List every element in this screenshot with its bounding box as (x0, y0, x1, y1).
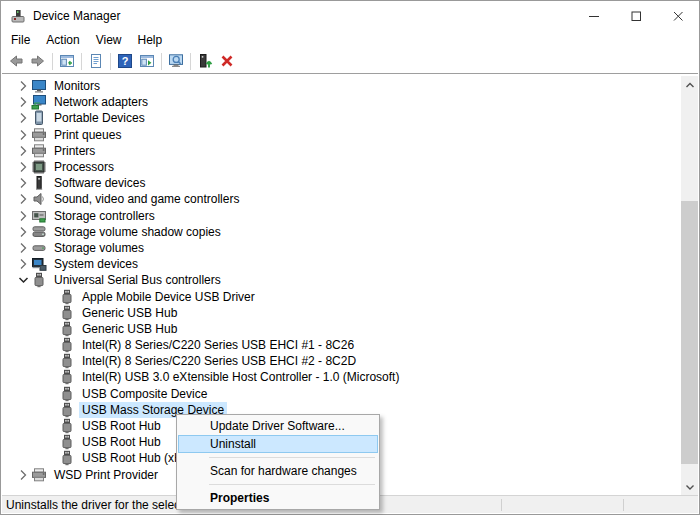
tree-item[interactable]: Intel(R) 8 Series/C220 Series USB EHCI #… (2, 337, 680, 353)
tree-item[interactable]: System devices (2, 256, 680, 272)
help-icon (117, 53, 133, 69)
expander-icon[interactable] (42, 289, 59, 305)
scroll-up-button[interactable] (681, 76, 698, 93)
expander-icon[interactable] (42, 386, 59, 402)
expander-icon[interactable] (42, 402, 59, 418)
tree-item[interactable]: Storage controllers (2, 208, 680, 224)
expander-icon[interactable] (42, 305, 59, 321)
expander-icon[interactable] (14, 78, 31, 94)
menu-item-update-driver-software[interactable]: Update Driver Software... (178, 417, 378, 435)
network-adapter-icon (31, 94, 47, 110)
back-arrow-icon (8, 53, 24, 69)
minimize-icon (586, 8, 602, 24)
usb-icon (59, 337, 75, 353)
tree-item[interactable]: Storage volume shadow copies (2, 224, 680, 240)
tree-item[interactable]: USB Composite Device (2, 386, 680, 402)
expander-icon[interactable] (14, 256, 31, 272)
expander-icon[interactable] (14, 159, 31, 175)
chevron-up-icon (682, 77, 698, 93)
red-x-icon (219, 53, 235, 69)
tree-item[interactable]: Software devices (2, 175, 680, 191)
menu-item-scan-for-hardware-changes[interactable]: Scan for hardware changes (178, 462, 378, 480)
disk-icon (31, 240, 47, 256)
console-window-icon (59, 53, 75, 69)
expander-icon[interactable] (14, 208, 31, 224)
menu-action[interactable]: Action (38, 33, 87, 47)
expander-icon[interactable] (14, 175, 31, 191)
status-pane-separator (501, 499, 502, 511)
help-topics-button[interactable] (136, 51, 158, 72)
expander-icon[interactable] (14, 272, 31, 288)
printer-icon (31, 127, 47, 143)
back-button[interactable] (5, 51, 27, 72)
tree-item[interactable]: Printers (2, 143, 680, 159)
processor-icon (31, 159, 47, 175)
menu-item-uninstall[interactable]: Uninstall (178, 435, 378, 453)
monitor-magnifier-icon (168, 53, 184, 69)
show-console-tree-button[interactable] (56, 51, 78, 72)
update-driver-button[interactable] (194, 51, 216, 72)
maximize-button[interactable] (615, 1, 657, 31)
speaker-icon (31, 191, 47, 207)
vertical-scrollbar[interactable] (681, 76, 698, 495)
usb-icon (59, 369, 75, 385)
usb-icon (59, 402, 75, 418)
tree-item[interactable]: Intel(R) USB 3.0 eXtensible Host Control… (2, 369, 680, 385)
expander-icon[interactable] (14, 94, 31, 110)
usb-icon (59, 321, 75, 337)
device-up-arrow-icon (197, 53, 213, 69)
scroll-down-button[interactable] (681, 478, 698, 495)
usb-icon (59, 353, 75, 369)
help-button[interactable] (114, 51, 136, 72)
tree-item[interactable]: Processors (2, 159, 680, 175)
expander-icon[interactable] (14, 127, 31, 143)
minimize-button[interactable] (573, 1, 615, 31)
scan-hardware-changes-button[interactable] (165, 51, 187, 72)
forward-button[interactable] (27, 51, 49, 72)
expander-icon[interactable] (42, 434, 59, 450)
expander-icon[interactable] (14, 224, 31, 240)
tree-item[interactable]: Apple Mobile Device USB Driver (2, 288, 680, 304)
toolbar-separator (81, 53, 82, 70)
expander-icon[interactable] (42, 337, 59, 353)
menu-view[interactable]: View (88, 33, 130, 47)
tree-item[interactable]: Intel(R) 8 Series/C220 Series USB EHCI #… (2, 353, 680, 369)
disk-stack-icon (31, 224, 47, 240)
expander-icon[interactable] (42, 418, 59, 434)
expander-icon[interactable] (42, 321, 59, 337)
expander-icon[interactable] (14, 143, 31, 159)
menu-help[interactable]: Help (130, 33, 171, 47)
tree-item[interactable]: Network adapters (2, 94, 680, 110)
tree-item[interactable]: Portable Devices (2, 110, 680, 126)
menu-separator (209, 484, 375, 485)
expander-icon[interactable] (14, 110, 31, 126)
tree-item[interactable]: Storage volumes (2, 240, 680, 256)
tree-item[interactable]: Generic USB Hub (2, 305, 680, 321)
menu-item-properties[interactable]: Properties (178, 489, 378, 507)
expander-icon[interactable] (14, 191, 31, 207)
tree-item[interactable]: Monitors (2, 78, 680, 94)
usb-icon (59, 418, 75, 434)
expander-icon[interactable] (14, 467, 31, 483)
menu-file[interactable]: File (3, 33, 38, 47)
tree-item[interactable]: Print queues (2, 127, 680, 143)
tree-item[interactable]: Sound, video and game controllers (2, 191, 680, 207)
uninstall-button[interactable] (216, 51, 238, 72)
expander-icon[interactable] (42, 353, 59, 369)
title-bar: Device Manager (1, 1, 699, 31)
expander-icon[interactable] (42, 450, 59, 466)
expander-icon[interactable] (42, 369, 59, 385)
expander-icon[interactable] (14, 240, 31, 256)
properties-button[interactable] (85, 51, 107, 72)
tree-item[interactable]: Generic USB Hub (2, 321, 680, 337)
close-icon (670, 8, 686, 24)
usb-icon (59, 305, 75, 321)
status-pane-separator (623, 499, 624, 511)
tree-item[interactable]: Universal Serial Bus controllers (2, 272, 680, 288)
device-manager-app-icon (10, 8, 26, 24)
chevron-down-icon (682, 479, 698, 495)
properties-document-icon (88, 53, 104, 69)
close-button[interactable] (657, 1, 699, 31)
usb-icon (59, 289, 75, 305)
scrollbar-thumb[interactable] (681, 201, 698, 464)
